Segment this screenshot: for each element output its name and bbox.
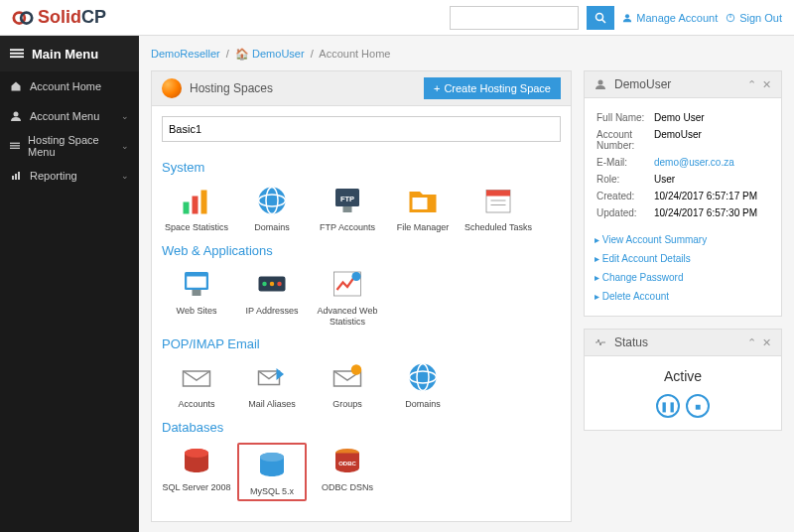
signout-icon bbox=[726, 13, 735, 23]
app-label: FTP Accounts bbox=[313, 222, 382, 233]
space-input[interactable] bbox=[162, 116, 561, 142]
svg-point-41 bbox=[410, 364, 437, 391]
svg-point-39 bbox=[352, 272, 361, 281]
info-row: Role:User bbox=[596, 172, 769, 187]
app-space-statistics[interactable]: Space Statistics bbox=[162, 183, 231, 233]
app-label: ODBC DSNs bbox=[313, 482, 382, 493]
app-sql-server-2008[interactable]: SQL Server 2008 bbox=[162, 443, 231, 501]
main-menu-header: Main Menu bbox=[0, 36, 139, 71]
app-label: Space Statistics bbox=[162, 222, 231, 233]
app-scheduled-tasks[interactable]: Scheduled Tasks bbox=[463, 183, 533, 233]
svg-point-47 bbox=[260, 453, 284, 462]
user-link-change-password[interactable]: ▸ Change Password bbox=[595, 268, 771, 287]
app-web-sites[interactable]: Web Sites bbox=[162, 266, 231, 328]
app-ip-addresses[interactable]: IP Addresses bbox=[237, 266, 307, 328]
app-groups[interactable]: Groups bbox=[313, 359, 382, 410]
svg-point-45 bbox=[185, 449, 208, 458]
breadcrumb-user[interactable]: 🏠 DemoUser bbox=[235, 48, 305, 60]
svg-point-40 bbox=[351, 365, 362, 376]
sign-out-link[interactable]: Sign Out bbox=[726, 12, 782, 24]
plus-icon: + bbox=[434, 82, 440, 94]
menu-icon bbox=[10, 47, 24, 61]
nav-item-account-home[interactable]: Account Home bbox=[0, 71, 139, 101]
svg-rect-33 bbox=[193, 290, 201, 296]
svg-rect-14 bbox=[12, 176, 14, 180]
section-title: Web & Applications bbox=[162, 243, 561, 258]
app-label: Scheduled Tasks bbox=[463, 222, 533, 233]
svg-rect-18 bbox=[193, 197, 198, 214]
app-label: File Manager bbox=[388, 222, 458, 233]
manage-account-link[interactable]: Manage Account bbox=[622, 12, 718, 24]
section-title: Databases bbox=[162, 420, 561, 435]
user-icon bbox=[622, 13, 632, 23]
close-icon[interactable]: ✕ bbox=[762, 336, 771, 349]
logo-icon bbox=[12, 7, 34, 29]
info-row: Created:10/24/2017 6:57:17 PM bbox=[596, 189, 769, 203]
brand-logo[interactable]: SolidCP bbox=[12, 7, 106, 29]
nav-icon bbox=[10, 110, 22, 122]
app-domains[interactable]: Domains bbox=[388, 359, 458, 410]
app-icon bbox=[179, 443, 214, 478]
section-title: System bbox=[162, 160, 561, 175]
search-input[interactable] bbox=[450, 6, 579, 30]
nav-icon bbox=[10, 140, 20, 152]
nav-item-reporting[interactable]: Reporting⌄ bbox=[0, 161, 139, 191]
svg-point-50 bbox=[598, 80, 603, 85]
app-mysql-5-x[interactable]: MySQL 5.x bbox=[237, 443, 307, 501]
nav-item-account-menu[interactable]: Account Menu⌄ bbox=[0, 101, 139, 131]
svg-text:ODBC: ODBC bbox=[338, 461, 356, 466]
svg-rect-16 bbox=[18, 172, 20, 180]
app-ftp-accounts[interactable]: FTPFTP Accounts bbox=[313, 183, 382, 233]
logo-solid: Solid bbox=[38, 7, 81, 28]
svg-point-20 bbox=[259, 188, 286, 214]
app-icon bbox=[254, 447, 290, 482]
app-icon bbox=[179, 359, 214, 395]
svg-rect-32 bbox=[187, 276, 206, 287]
pause-button[interactable]: ❚❚ bbox=[656, 394, 680, 418]
breadcrumb-reseller[interactable]: DemoReseller bbox=[151, 48, 220, 60]
app-icon bbox=[330, 359, 365, 395]
app-advanced-web-statistics[interactable]: Advanced Web Statistics bbox=[313, 266, 382, 328]
collapse-icon[interactable]: ⌃ bbox=[747, 336, 756, 349]
user-panel-title: DemoUser bbox=[614, 77, 671, 91]
app-file-manager[interactable]: File Manager bbox=[388, 183, 458, 233]
status-title: Status bbox=[614, 335, 648, 349]
stop-button[interactable]: ■ bbox=[686, 394, 710, 418]
app-accounts[interactable]: Accounts bbox=[162, 359, 231, 410]
nav-icon bbox=[10, 80, 22, 92]
chevron-down-icon: ⌄ bbox=[121, 171, 129, 181]
user-panel: DemoUser ⌃ ✕ Full Name:Demo UserAccount … bbox=[584, 70, 782, 317]
app-icon bbox=[254, 183, 290, 218]
user-link-view-account-summary[interactable]: ▸ View Account Summary bbox=[595, 230, 771, 249]
app-domains[interactable]: Domains bbox=[237, 183, 307, 233]
app-icon bbox=[480, 183, 516, 218]
svg-rect-7 bbox=[10, 49, 24, 51]
svg-rect-26 bbox=[413, 198, 428, 209]
app-label: Domains bbox=[237, 222, 307, 233]
create-hosting-space-button[interactable]: + Create Hosting Space bbox=[424, 77, 561, 99]
app-label: Advanced Web Statistics bbox=[313, 306, 382, 328]
svg-rect-17 bbox=[184, 202, 190, 214]
app-label: Domains bbox=[388, 399, 458, 410]
sidebar: Main Menu Account HomeAccount Menu⌄Hosti… bbox=[0, 36, 139, 532]
app-odbc-dsns[interactable]: ODBCODBC DSNs bbox=[313, 443, 382, 501]
svg-rect-13 bbox=[10, 148, 20, 149]
globe-icon bbox=[162, 78, 182, 98]
app-label: SQL Server 2008 bbox=[162, 482, 231, 493]
svg-rect-19 bbox=[201, 191, 207, 214]
chevron-down-icon: ⌄ bbox=[121, 111, 129, 121]
app-mail-aliases[interactable]: Mail Aliases bbox=[237, 359, 307, 410]
search-button[interactable] bbox=[587, 6, 614, 30]
app-icon bbox=[254, 359, 290, 395]
nav-item-hosting-space-menu[interactable]: Hosting Space Menu⌄ bbox=[0, 131, 139, 161]
app-icon bbox=[405, 359, 441, 395]
user-link-edit-account-details[interactable]: ▸ Edit Account Details bbox=[595, 249, 771, 268]
collapse-icon[interactable]: ⌃ bbox=[747, 78, 756, 91]
user-link-delete-account[interactable]: ▸ Delete Account bbox=[595, 287, 771, 306]
svg-rect-11 bbox=[10, 143, 20, 144]
app-label: MySQL 5.x bbox=[241, 486, 303, 497]
close-icon[interactable]: ✕ bbox=[762, 78, 771, 91]
svg-rect-15 bbox=[15, 174, 17, 180]
svg-point-4 bbox=[625, 14, 629, 18]
chevron-down-icon: ⌄ bbox=[121, 141, 129, 151]
